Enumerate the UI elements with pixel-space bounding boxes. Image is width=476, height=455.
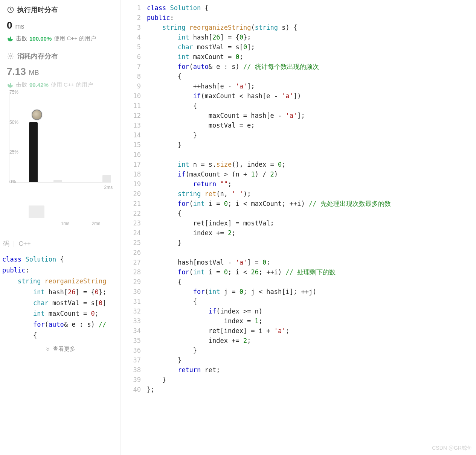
line-number: 36 [121, 345, 141, 355]
clap-icon [7, 82, 14, 88]
code-line[interactable]: for(int i = 0; i < maxCount; ++i) // 先处理… [147, 199, 476, 208]
runtime-metric: 0 ms [7, 20, 113, 31]
code-line[interactable]: index += 2; [147, 228, 476, 238]
code-line[interactable]: mostVal = e; [147, 120, 476, 130]
line-number: 20 [121, 189, 141, 199]
line-number: 9 [121, 81, 141, 91]
clap-icon [7, 35, 14, 42]
code-line[interactable]: for(auto& e : s) // 统计每个数出现的频次 [147, 62, 476, 72]
code-line[interactable]: hash[mostVal - 'a'] = 0; [147, 257, 476, 267]
code-line[interactable] [147, 150, 476, 160]
line-number: 28 [121, 267, 141, 277]
code-line[interactable]: if(maxCount < hash[e - 'a']) [147, 91, 476, 101]
watermark: CSDN @GR鲸鱼 [432, 443, 472, 453]
mini-x-tick: 2ms [88, 221, 104, 226]
code-preview-header: 码 | C++ [0, 234, 120, 253]
code-line[interactable]: } [147, 140, 476, 150]
line-number: 10 [121, 91, 141, 101]
code-line[interactable]: { [147, 297, 476, 306]
code-line[interactable]: return ""; [147, 179, 476, 189]
code-line[interactable]: class Solution { [147, 3, 476, 13]
code-line[interactable]: string ret(n, ' '); [147, 189, 476, 199]
line-number: 40 [121, 385, 141, 394]
code-line[interactable]: { [147, 208, 476, 218]
runtime-chart[interactable]: 75%50%25%0% [9, 92, 111, 183]
code-preview[interactable]: class Solution { public: string reorgani… [0, 253, 120, 341]
line-number: 6 [121, 52, 141, 62]
memory-beat-row: 击败 99.42% 使用 C++ 的用户 [7, 81, 113, 88]
line-number: 39 [121, 375, 141, 385]
line-number: 30 [121, 287, 141, 297]
mini-chart-x-ticks: 1ms2ms [7, 221, 113, 226]
line-number: 1 [121, 3, 141, 13]
show-more-label: 查看更多 [53, 345, 75, 353]
memory-mini-chart[interactable] [9, 195, 111, 218]
line-number: 17 [121, 160, 141, 169]
code-line[interactable]: int maxCount = 0; [147, 52, 476, 62]
code-line[interactable]: int hash[26] = {0}; [147, 32, 476, 42]
chart-bar[interactable] [29, 122, 38, 182]
runtime-title: 执行用时分布 [17, 5, 58, 14]
line-number: 5 [121, 42, 141, 52]
code-line[interactable]: { [147, 277, 476, 287]
line-number: 11 [121, 101, 141, 111]
preview-lang-right: C++ [18, 240, 31, 248]
code-line[interactable]: index += 2; [147, 336, 476, 345]
code-line[interactable]: index = 1; [147, 316, 476, 326]
runtime-section: 执行用时分布 0 ms 击败 100.00% 使用 C++ 的用户 [0, 0, 120, 46]
chart-x-ticks: 2ms [7, 185, 113, 190]
line-number: 31 [121, 297, 141, 306]
code-line[interactable]: } [147, 238, 476, 248]
code-editor[interactable]: 1234567891011121314151617181920212223242… [121, 0, 476, 455]
chart-bar[interactable] [53, 180, 62, 182]
code-line[interactable]: }; [147, 385, 476, 394]
y-tick: 50% [9, 120, 18, 125]
y-tick: 25% [9, 149, 18, 155]
code-line[interactable]: char mostVal = s[0]; [147, 42, 476, 52]
code-line[interactable]: int n = s.size(), index = 0; [147, 160, 476, 169]
chart-bar[interactable] [102, 175, 111, 182]
chart-y-ticks: 75%50%25%0% [9, 92, 24, 182]
code-line[interactable]: { [147, 72, 476, 81]
gear-icon [7, 52, 14, 60]
code-line[interactable]: maxCount = hash[e - 'a']; [147, 111, 476, 120]
code-line[interactable]: for(int i = 0; i < 26; ++i) // 处理剩下的数 [147, 267, 476, 277]
code-line[interactable]: } [147, 345, 476, 355]
line-number: 7 [121, 62, 141, 72]
show-more-button[interactable]: 查看更多 [0, 341, 120, 358]
memory-beat-percent: 99.42% [29, 82, 49, 88]
code-line[interactable]: ++hash[e - 'a']; [147, 81, 476, 91]
line-number: 2 [121, 13, 141, 23]
mini-bar[interactable] [29, 205, 44, 218]
code-line[interactable]: } [147, 355, 476, 365]
x-tick [52, 185, 62, 190]
code-line[interactable]: ret[index] = i + 'a'; [147, 326, 476, 336]
code-line[interactable]: if(index >= n) [147, 306, 476, 316]
code-line[interactable]: return ret; [147, 365, 476, 375]
memory-beat-tail: 使用 C++ 的用户 [51, 81, 93, 88]
line-number: 8 [121, 72, 141, 81]
code-line[interactable]: public: [147, 13, 476, 23]
editor-code-area[interactable]: class Solution {public: string reorganiz… [147, 0, 476, 455]
runtime-beat-label: 击败 [16, 35, 27, 42]
line-number: 21 [121, 199, 141, 208]
y-tick: 75% [9, 90, 18, 95]
code-line[interactable]: string reorganizeString(string s) { [147, 23, 476, 32]
line-number: 35 [121, 336, 141, 345]
line-number: 25 [121, 238, 141, 248]
line-number: 4 [121, 32, 141, 42]
line-number: 24 [121, 228, 141, 238]
code-line[interactable]: } [147, 130, 476, 140]
left-panel: 执行用时分布 0 ms 击败 100.00% 使用 C++ 的用户 消耗内存分布… [0, 0, 121, 455]
code-line[interactable]: for(int j = 0; j < hash[i]; ++j) [147, 287, 476, 297]
line-number: 23 [121, 218, 141, 228]
line-number: 37 [121, 355, 141, 365]
x-tick: 2ms [104, 185, 113, 190]
code-line[interactable]: if(maxCount > (n + 1) / 2) [147, 169, 476, 179]
runtime-value: 0 [7, 20, 12, 31]
code-line[interactable]: } [147, 375, 476, 385]
code-line[interactable] [147, 248, 476, 257]
code-line[interactable]: { [147, 101, 476, 111]
runtime-unit: ms [15, 23, 24, 30]
code-line[interactable]: ret[index] = mostVal; [147, 218, 476, 228]
